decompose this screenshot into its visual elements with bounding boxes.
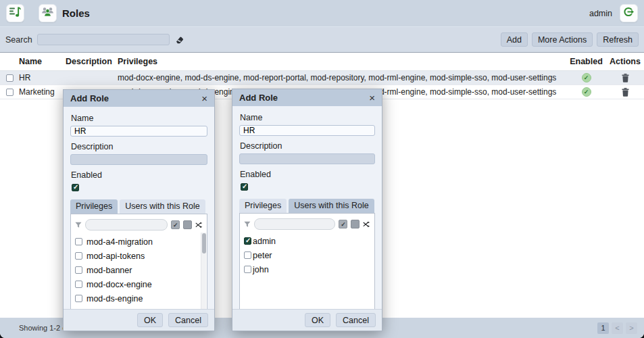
logged-in-user: admin — [589, 9, 612, 18]
search-label: Search — [5, 35, 32, 45]
privileges-list-panel: ✓ mod-a4-migration — [70, 214, 207, 309]
row-select-checkbox[interactable] — [6, 74, 14, 82]
pagination: 1 < > — [597, 322, 637, 334]
column-header-name[interactable]: Name — [19, 57, 66, 66]
deselect-all-button[interactable] — [351, 220, 360, 228]
item-checkbox[interactable] — [75, 252, 82, 260]
list-item[interactable]: mod-api-tokens — [75, 249, 203, 263]
description-label: Description — [71, 142, 207, 151]
add-button[interactable]: Add — [501, 32, 528, 47]
list-filter-input[interactable] — [85, 219, 168, 231]
more-actions-button[interactable]: More Actions — [532, 32, 593, 47]
enabled-check-icon: ✓ — [582, 87, 591, 97]
logout-button[interactable] — [620, 4, 638, 22]
item-label: mod-etl — [86, 308, 115, 310]
item-label: mod-banner — [86, 266, 132, 275]
invert-selection-icon[interactable] — [363, 220, 370, 228]
ok-button[interactable]: OK — [305, 313, 330, 327]
list-item[interactable]: mod-a4-migration — [75, 235, 203, 249]
close-icon[interactable]: × — [369, 93, 375, 103]
table-header: Name Description Privileges Enabled Acti… — [0, 53, 644, 71]
enabled-label: Enabled — [240, 170, 375, 179]
row-select-checkbox[interactable] — [6, 89, 14, 96]
tab-privileges[interactable]: Privileges — [239, 199, 287, 213]
item-checkbox[interactable] — [75, 238, 82, 245]
item-label: mod-docx-engine — [86, 280, 152, 289]
item-label: mod-a4-migration — [86, 237, 153, 247]
role-name-input[interactable] — [70, 126, 207, 137]
trash-icon — [622, 74, 629, 82]
list-item[interactable]: john — [244, 262, 370, 276]
role-description-input[interactable] — [239, 153, 375, 164]
item-label: mod-api-tokens — [86, 251, 145, 261]
item-checkbox[interactable] — [75, 281, 82, 288]
list-item[interactable]: mod-etl — [75, 306, 203, 309]
tab-privileges[interactable]: Privileges — [70, 199, 118, 214]
trash-icon — [622, 88, 629, 97]
select-all-button[interactable]: ✓ — [171, 220, 180, 229]
item-label: john — [253, 265, 269, 274]
eraser-icon — [174, 35, 184, 44]
item-checkbox[interactable] — [75, 266, 82, 274]
deselect-all-button[interactable] — [183, 220, 192, 229]
filter-funnel-icon — [75, 221, 82, 229]
roles-page-button[interactable] — [39, 4, 57, 22]
table-row[interactable]: HR mod-docx-engine, mod-ds-engine, mod-r… — [0, 71, 644, 85]
column-header-actions: Actions — [606, 57, 644, 66]
refresh-button[interactable]: Refresh — [597, 32, 639, 47]
role-privileges-cell: mod-docx-engine, mod-ds-engine, mod-repo… — [118, 73, 566, 82]
item-checkbox[interactable] — [244, 251, 251, 259]
list-item[interactable]: mod-ds-engine — [75, 291, 203, 306]
page-title: Roles — [62, 7, 90, 19]
column-header-enabled[interactable]: Enabled — [566, 57, 606, 66]
add-role-dialog: Add Role × Name Description Enabled Priv… — [232, 89, 382, 331]
cancel-button[interactable]: Cancel — [336, 313, 376, 327]
next-page-button[interactable]: > — [626, 322, 637, 334]
users-list-panel: ✓ admin peter — [239, 213, 375, 309]
toolbar: Search Add More Actions Refresh — [0, 27, 644, 53]
dialog-title-bar[interactable]: Add Role × — [64, 90, 214, 107]
dialog-title-bar[interactable]: Add Role × — [232, 89, 382, 106]
item-label: mod-ds-engine — [86, 294, 143, 304]
description-label: Description — [240, 141, 375, 151]
column-header-description[interactable]: Description — [66, 57, 118, 66]
enabled-checkbox[interactable] — [72, 184, 79, 191]
list-item[interactable]: admin — [244, 234, 370, 248]
name-label: Name — [240, 113, 375, 122]
role-description-input[interactable] — [70, 154, 207, 165]
enabled-check-icon: ✓ — [582, 73, 591, 82]
list-item[interactable]: mod-banner — [75, 263, 203, 277]
column-header-privileges[interactable]: Privileges — [118, 57, 566, 66]
role-name-input[interactable] — [239, 125, 375, 136]
select-all-button[interactable]: ✓ — [339, 220, 347, 228]
scrollbar-thumb[interactable] — [202, 233, 206, 254]
enabled-checkbox[interactable] — [241, 183, 248, 191]
delete-role-button[interactable] — [606, 88, 644, 97]
list-item[interactable]: peter — [244, 248, 370, 262]
search-input[interactable] — [37, 34, 170, 45]
invert-selection-icon[interactable] — [195, 221, 203, 229]
item-checkbox[interactable] — [75, 295, 82, 302]
home-logo-button[interactable] — [6, 4, 24, 22]
prev-page-button[interactable]: < — [612, 322, 623, 334]
page-number-button[interactable]: 1 — [597, 322, 609, 334]
role-name-cell: Marketing — [19, 87, 66, 97]
clear-search-button[interactable] — [174, 35, 184, 44]
tab-users-with-this-role[interactable]: Users with this Role — [120, 199, 205, 214]
delete-role-button[interactable] — [606, 74, 644, 82]
logout-icon — [623, 6, 635, 20]
app-window: Roles admin Search — [0, 0, 644, 338]
filter-funnel-icon — [244, 220, 251, 228]
users-icon — [41, 7, 54, 20]
item-label: admin — [253, 237, 276, 246]
list-scrollbar[interactable] — [201, 233, 206, 309]
item-checkbox[interactable] — [244, 237, 251, 245]
item-checkbox[interactable] — [244, 266, 251, 273]
list-item[interactable]: mod-docx-engine — [75, 277, 203, 291]
close-icon[interactable]: × — [201, 93, 207, 103]
ok-button[interactable]: OK — [137, 313, 163, 327]
music-note-logo-icon — [9, 5, 22, 21]
list-filter-input[interactable] — [254, 218, 336, 230]
tab-users-with-this-role[interactable]: Users with this Role — [289, 199, 374, 213]
cancel-button[interactable]: Cancel — [168, 313, 208, 327]
